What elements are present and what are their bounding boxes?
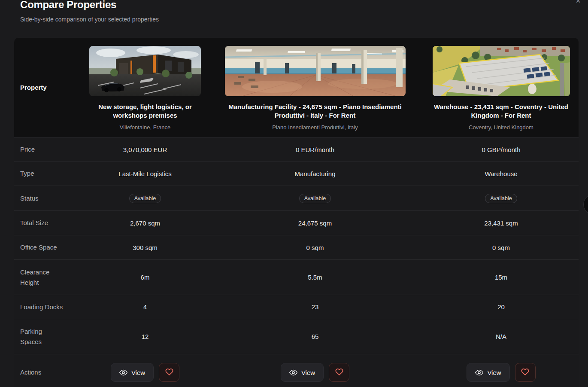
view-button-label: View [131,369,145,376]
type-value: Manufacturing [294,170,335,177]
parking-spaces-value: 12 [142,333,149,340]
office-space-value: 0 sqm [492,244,510,251]
table-row-status: Status Available Available Available [14,186,579,210]
view-button-label: View [301,369,315,376]
eye-icon [119,369,127,377]
status-badge: Available [129,194,161,203]
property-title: Manufacturing Facility - 24,675 sqm - Pi… [218,103,412,120]
row-label-actions: Actions [14,367,63,378]
price-value: 0 GBP/month [482,146,520,153]
page-subtitle: Side-by-side comparison of your selected… [20,16,159,23]
row-label-status: Status [14,193,63,204]
property-location: Piano Insediamenti Produttivi, Italy [272,124,358,131]
close-icon[interactable]: ✕ [573,0,583,6]
property-location: Villefontaine, France [120,124,170,131]
edge-floating-button[interactable] [583,194,588,215]
parking-spaces-value: 65 [312,333,319,340]
favorite-button[interactable] [329,363,349,382]
office-space-value: 0 sqm [306,244,324,251]
page-title: Compare Properties [20,0,159,11]
loading-docks-value: 23 [312,303,319,311]
property-title: New storage, light logistics, or worksho… [87,103,203,120]
favorite-button[interactable] [515,363,536,382]
row-label-property: Property [14,82,79,93]
loading-docks-value: 4 [143,303,147,311]
table-row-clearance-height: Clearance Height 6m 5.5m 15m [14,259,579,295]
row-label-clearance-height: Clearance Height [14,267,63,288]
table-row-parking-spaces: Parking Spaces 12 65 N/A [14,319,579,354]
property-card-3: Warehouse - 23,431 sqm - Coventry - Unit… [424,38,579,131]
property-title: Warehouse - 23,431 sqm - Coventry - Unit… [429,103,574,120]
table-row-price: Price 3,070,000 EUR 0 EUR/month 0 GBP/mo… [14,137,579,161]
eye-icon [475,369,483,377]
property-photo-1 [89,46,201,96]
row-label-office-space: Office Space [14,242,63,253]
view-button[interactable]: View [281,363,324,382]
status-badge: Available [485,194,517,203]
table-row-office-space: Office Space 300 sqm 0 sqm 0 sqm [14,235,579,259]
clearance-height-value: 5.5m [308,274,322,281]
loading-docks-value: 20 [497,303,505,311]
table-row-actions: Actions View View View [14,354,579,387]
view-button[interactable]: View [111,363,154,382]
type-value: Last-Mile Logistics [118,170,171,177]
comparison-table: Property [14,38,579,387]
property-card-1: New storage, light logistics, or worksho… [84,38,206,131]
price-value: 0 EUR/month [296,146,334,153]
heart-icon [521,367,530,378]
status-badge: Available [299,194,331,203]
view-button[interactable]: View [467,363,509,382]
row-label-price: Price [14,144,63,155]
row-label-total-size: Total Size [14,218,63,228]
favorite-button[interactable] [159,363,179,382]
office-space-value: 300 sqm [133,244,158,251]
property-location: Coventry, United Kingdom [469,124,533,131]
row-label-type: Type [14,168,63,179]
view-button-label: View [487,369,501,376]
row-label-loading-docks: Loading Docks [14,302,63,312]
clearance-height-value: 15m [495,274,507,281]
property-photo-3 [433,46,570,96]
parking-spaces-value: N/A [496,333,506,340]
table-row-loading-docks: Loading Docks 4 23 20 [14,295,579,319]
price-value: 3,070,000 EUR [123,146,167,153]
table-row-type: Type Last-Mile Logistics Manufacturing W… [14,161,579,186]
property-header-row: Property [14,38,579,137]
heart-icon [335,367,344,378]
table-row-total-size: Total Size 2,670 sqm 24,675 sqm 23,431 s… [14,210,579,235]
row-label-parking-spaces: Parking Spaces [14,326,63,347]
heart-icon [165,367,174,378]
total-size-value: 2,670 sqm [130,219,160,227]
total-size-value: 24,675 sqm [298,219,332,227]
eye-icon [289,369,297,377]
property-photo-2 [225,46,406,96]
type-value: Warehouse [485,170,517,177]
property-card-2: Manufacturing Facility - 24,675 sqm - Pi… [206,38,424,131]
total-size-value: 23,431 sqm [484,219,518,227]
compare-properties-header: Compare Properties Side-by-side comparis… [20,0,159,23]
clearance-height-value: 6m [141,274,150,281]
